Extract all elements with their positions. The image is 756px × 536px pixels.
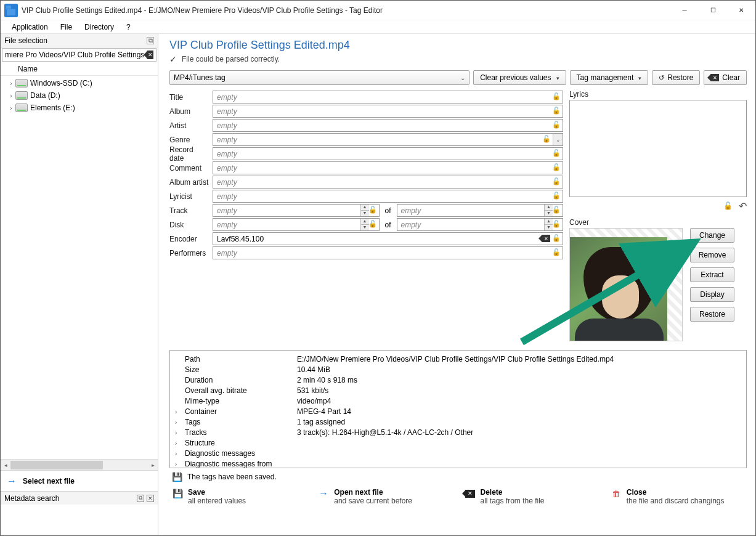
- expander-icon[interactable]: ›: [175, 449, 184, 459]
- spin-down-icon[interactable]: ▼: [360, 225, 369, 230]
- info-row[interactable]: ›Diagnostic messages: [175, 449, 741, 459]
- expander-icon: [175, 386, 184, 396]
- scroll-right-icon[interactable]: ▸: [148, 460, 158, 470]
- scroll-left-icon[interactable]: ◂: [1, 460, 10, 470]
- spin-up-icon[interactable]: ▲: [544, 219, 553, 225]
- lock-icon[interactable]: 🔓: [552, 206, 561, 214]
- menu-directory[interactable]: Directory: [78, 22, 120, 33]
- maximize-button[interactable]: ☐: [699, 1, 727, 20]
- title-field[interactable]: 🔓: [213, 91, 563, 104]
- lock-icon[interactable]: 🔓: [552, 107, 561, 115]
- cover-extract-button[interactable]: Extract: [690, 267, 734, 282]
- spin-down-icon[interactable]: ▼: [544, 211, 553, 216]
- lock-icon[interactable]: 🔓: [552, 234, 561, 242]
- menu-application[interactable]: Application: [6, 22, 54, 33]
- select-next-file-button[interactable]: → Select next file: [1, 470, 158, 491]
- delete-tags-action[interactable]: ✕ Delete all tags from the file: [465, 488, 598, 505]
- drive-row-c[interactable]: › Windows-SSD (C:): [1, 77, 158, 89]
- clear-previous-values-button[interactable]: Clear previous values: [473, 70, 566, 85]
- lock-icon[interactable]: 🔓: [368, 206, 377, 214]
- spin-up-icon[interactable]: ▲: [544, 205, 553, 211]
- scroll-thumb[interactable]: [10, 461, 103, 469]
- tag-management-button[interactable]: Tag management: [570, 70, 649, 85]
- artist-field[interactable]: 🔓: [213, 119, 563, 132]
- track-number-field[interactable]: ▲▼🔓: [213, 204, 380, 217]
- lock-icon[interactable]: 🔓: [368, 220, 377, 228]
- chevron-down-icon[interactable]: ⌄: [553, 134, 563, 145]
- cover-display-button[interactable]: Display: [690, 287, 734, 302]
- track-total-field[interactable]: ▲▼🔓: [397, 204, 564, 217]
- tag-format-combo[interactable]: MP4/iTunes tag ⌄: [169, 70, 469, 85]
- performers-field[interactable]: 🔓: [213, 246, 563, 259]
- drive-row-d[interactable]: › Data (D:): [1, 89, 158, 102]
- encoder-field[interactable]: ✕🔓: [213, 232, 563, 245]
- genre-field[interactable]: 🔓⌄: [213, 133, 563, 146]
- info-value: E:/JMO/New Premiere Pro Videos/VIP Club …: [297, 354, 741, 365]
- lyricist-field[interactable]: 🔓: [213, 190, 563, 203]
- lyrics-textarea[interactable]: [569, 100, 747, 197]
- expander-icon[interactable]: ›: [7, 80, 15, 87]
- disk-total-field[interactable]: ▲▼🔓: [397, 218, 564, 231]
- disk-number-field[interactable]: ▲▼🔓: [213, 218, 380, 231]
- expander-icon[interactable]: ›: [175, 459, 184, 468]
- spin-up-icon[interactable]: ▲: [360, 205, 369, 211]
- record-date-field[interactable]: 🔓: [213, 147, 563, 160]
- spin-up-icon[interactable]: ▲: [360, 219, 369, 225]
- save-action[interactable]: 💾 Save all entered values: [172, 488, 306, 505]
- cover-image[interactable]: [569, 228, 683, 341]
- spin-down-icon[interactable]: ▼: [544, 225, 553, 230]
- cover-remove-button[interactable]: Remove: [690, 248, 734, 262]
- expander-icon[interactable]: ›: [175, 438, 184, 449]
- restore-button[interactable]: ↺ Restore: [652, 70, 700, 85]
- info-row[interactable]: ›ContainerMPEG-4 Part 14: [175, 407, 741, 417]
- popout-icon[interactable]: ⧉: [147, 37, 154, 44]
- clear-button[interactable]: ✕ Clear: [704, 70, 747, 85]
- left-panel: File selection ⧉ miere Pro Videos/VIP Cl…: [1, 34, 158, 535]
- popout-icon[interactable]: ⧉: [137, 495, 144, 502]
- expander-icon[interactable]: ›: [175, 407, 184, 417]
- info-value: 531 kbit/s: [297, 386, 741, 396]
- parse-message: File could be parsed correctly.: [182, 55, 280, 63]
- undo-icon[interactable]: ↶: [739, 200, 747, 212]
- lock-icon[interactable]: 🔓: [723, 201, 733, 210]
- close-panel-icon[interactable]: ✕: [147, 495, 154, 502]
- expander-icon[interactable]: ›: [175, 428, 184, 438]
- album-artist-field[interactable]: 🔓: [213, 176, 563, 189]
- cover-restore-button[interactable]: Restore: [690, 307, 734, 322]
- lock-icon[interactable]: 🔓: [552, 177, 561, 185]
- album-field[interactable]: 🔓: [213, 105, 563, 118]
- menu-help[interactable]: ?: [120, 22, 137, 33]
- spin-down-icon[interactable]: ▼: [360, 211, 369, 216]
- drive-row-e[interactable]: › Elements (E:): [1, 102, 158, 114]
- cover-change-button[interactable]: Change: [690, 228, 734, 243]
- drive-icon: [15, 104, 28, 112]
- lock-icon[interactable]: 🔓: [552, 121, 561, 129]
- comment-field[interactable]: 🔓: [213, 161, 563, 174]
- label-track: Track: [169, 206, 209, 215]
- restore-icon: ↺: [659, 74, 664, 82]
- expander-icon[interactable]: ›: [175, 417, 184, 428]
- lock-icon[interactable]: 🔓: [552, 248, 561, 256]
- menu-file[interactable]: File: [54, 22, 78, 33]
- minimize-button[interactable]: ─: [670, 1, 699, 20]
- expander-icon[interactable]: ›: [7, 92, 15, 99]
- lock-icon[interactable]: 🔓: [552, 192, 561, 200]
- lock-icon[interactable]: 🔓: [542, 135, 551, 143]
- tree-scrollbar[interactable]: ◂ ▸: [1, 459, 158, 470]
- lock-icon[interactable]: 🔓: [552, 220, 561, 228]
- tree-name-header[interactable]: Name: [1, 62, 158, 76]
- expander-icon[interactable]: ›: [7, 105, 15, 112]
- clear-path-icon[interactable]: ✕: [147, 51, 153, 59]
- close-button[interactable]: ✕: [727, 1, 755, 20]
- lock-icon[interactable]: 🔓: [552, 92, 561, 100]
- open-next-file-action[interactable]: → Open next file and save current before: [318, 488, 452, 505]
- info-row[interactable]: ›Diagnostic messages from reparsing: [175, 459, 741, 468]
- info-row[interactable]: ›Structure: [175, 438, 741, 449]
- info-row[interactable]: ›Tracks3 track(s): H.264-High@L5.1-4k / …: [175, 428, 741, 438]
- lock-icon[interactable]: 🔓: [552, 149, 561, 157]
- path-input[interactable]: miere Pro Videos/VIP Club Profile Settin…: [2, 48, 156, 62]
- info-row[interactable]: ›Tags1 tag assigned: [175, 417, 741, 428]
- clear-icon[interactable]: ✕: [542, 235, 550, 242]
- close-file-action[interactable]: 🗑 Close the file and discard changings: [611, 488, 744, 505]
- lock-icon[interactable]: 🔓: [552, 163, 561, 171]
